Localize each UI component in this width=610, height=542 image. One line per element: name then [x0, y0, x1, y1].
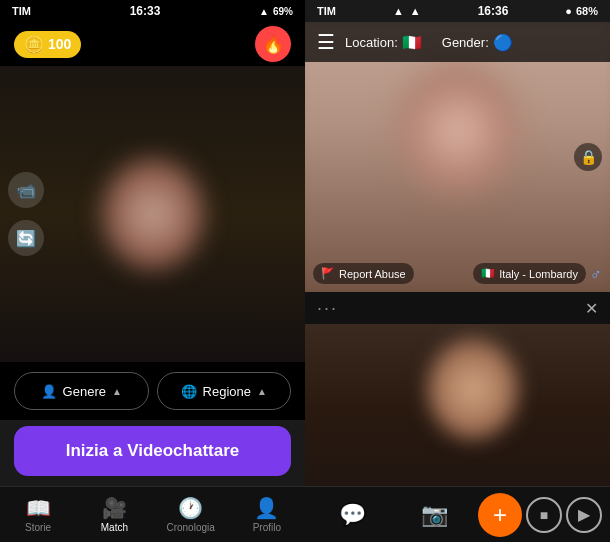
- italy-flag: 🇮🇹: [402, 33, 422, 52]
- nav-storie[interactable]: 📖 Storie: [0, 487, 76, 542]
- start-button-label: Inizia a Videochattare: [66, 441, 240, 461]
- gender-chevron: ▲: [112, 386, 122, 397]
- plus-button[interactable]: +: [478, 493, 522, 537]
- nav-match[interactable]: 🎥 Match: [76, 487, 152, 542]
- gender-flag: 🔵: [493, 33, 513, 52]
- gender-label: Gender: 🔵: [442, 33, 513, 52]
- video-top: 🔒 🚩 Report Abuse 🇮🇹 Italy - Lombardy ♂: [305, 22, 610, 292]
- cronologia-label: Cronologia: [166, 522, 214, 533]
- carrier-right: TIM: [317, 5, 336, 17]
- bottom-nav-right: 💬 📷 + ■ ▶: [305, 486, 610, 542]
- battery-dot: ●: [565, 5, 572, 17]
- gender-filter[interactable]: 👤 Genere ▲: [14, 372, 149, 410]
- chat-icon: 💬: [339, 502, 366, 528]
- plus-icon: +: [493, 501, 507, 529]
- top-bar-right: ☰ Location: 🇮🇹 Gender: 🔵: [305, 22, 610, 62]
- wifi-icon-right: ▲: [410, 5, 421, 17]
- male-gender-icon: ♂: [590, 266, 602, 284]
- match-label: Match: [101, 522, 128, 533]
- coin-icon: 🪙: [24, 35, 44, 54]
- lock-icon: 🔒: [580, 149, 597, 165]
- location-badge: 🇮🇹 Italy - Lombardy: [473, 263, 586, 284]
- match-icon: 🎥: [102, 496, 127, 520]
- carrier-left: TIM: [12, 5, 31, 17]
- lock-button[interactable]: 🔒: [574, 143, 602, 171]
- region-filter[interactable]: 🌐 Regione ▲: [157, 372, 292, 410]
- gender-filter-icon: 👤: [41, 384, 57, 399]
- blurred-face-bottom: [428, 339, 518, 439]
- video-area-left: 📹 🔄: [0, 66, 305, 362]
- refresh-icon-btn[interactable]: 🔄: [8, 220, 44, 256]
- gender-filter-label: Genere: [63, 384, 106, 399]
- gender-text: Gender:: [442, 35, 489, 50]
- next-button[interactable]: ▶: [566, 497, 602, 533]
- report-abuse-button[interactable]: 🚩 Report Abuse: [313, 263, 414, 284]
- status-icons-left: ▲ 69%: [259, 6, 293, 17]
- status-icons-right: ● 68%: [565, 5, 598, 17]
- camera-icon: 📷: [421, 502, 448, 528]
- storie-label: Storie: [25, 522, 51, 533]
- top-bar-left: 🪙 100 🔥: [0, 22, 305, 66]
- battery-right: 68%: [576, 5, 598, 17]
- phone-left: TIM 16:33 ▲ 69% 🪙 100 🔥 📹 🔄: [0, 0, 305, 542]
- time-left: 16:33: [130, 4, 161, 18]
- coin-count: 100: [48, 36, 71, 52]
- profilo-icon: 👤: [254, 496, 279, 520]
- region-chevron: ▲: [257, 386, 267, 397]
- coin-badge[interactable]: 🪙 100: [14, 31, 81, 58]
- more-dots[interactable]: ···: [317, 298, 338, 319]
- stop-button[interactable]: ■: [526, 497, 562, 533]
- status-bar-left: TIM 16:33 ▲ 69%: [0, 0, 305, 22]
- chat-button[interactable]: 💬: [313, 502, 392, 528]
- start-videochat-button[interactable]: Inizia a Videochattare: [14, 426, 291, 476]
- time-right: 16:36: [478, 4, 509, 18]
- blurred-face-top: [398, 65, 518, 195]
- video-icon[interactable]: 📹: [8, 172, 44, 208]
- stop-icon: ■: [540, 507, 548, 523]
- region-filter-icon: 🌐: [181, 384, 197, 399]
- fire-button[interactable]: 🔥: [255, 26, 291, 62]
- cronologia-icon: 🕐: [178, 496, 203, 520]
- flag-icon: 🚩: [321, 267, 335, 280]
- fire-icon: 🔥: [262, 33, 284, 55]
- nav-cronologia[interactable]: 🕐 Cronologia: [153, 487, 229, 542]
- region-filter-label: Regione: [203, 384, 251, 399]
- video-camera-icon: 📹: [16, 181, 36, 200]
- phone-right: TIM ▲ ▲ 16:36 ● 68% ☰ Location: 🇮🇹 Gende…: [305, 0, 610, 542]
- italy-flag-badge: 🇮🇹: [481, 267, 495, 280]
- divider-row: ··· ✕: [305, 292, 610, 324]
- next-icon: ▶: [578, 505, 590, 524]
- close-button[interactable]: ✕: [585, 299, 598, 318]
- location-badge-text: Italy - Lombardy: [499, 268, 578, 280]
- refresh-icon: 🔄: [16, 229, 36, 248]
- battery-left: 69%: [273, 6, 293, 17]
- nav-profilo[interactable]: 👤 Profilo: [229, 487, 305, 542]
- side-icons: 📹 🔄: [8, 172, 44, 256]
- bottom-nav-left: 📖 Storie 🎥 Match 🕐 Cronologia 👤 Profilo: [0, 486, 305, 542]
- location-text: Location:: [345, 35, 398, 50]
- wifi-icon-left: ▲: [259, 6, 269, 17]
- filters-row: 👤 Genere ▲ 🌐 Regione ▲: [0, 362, 305, 420]
- camera-button[interactable]: 📷: [396, 502, 475, 528]
- signal-icon: ▲: [393, 5, 404, 17]
- report-abuse-label: Report Abuse: [339, 268, 406, 280]
- hamburger-menu[interactable]: ☰: [317, 30, 335, 54]
- blurred-face: [103, 159, 203, 269]
- status-bar-right: TIM ▲ ▲ 16:36 ● 68%: [305, 0, 610, 22]
- video-bottom: [305, 324, 610, 486]
- profilo-label: Profilo: [253, 522, 281, 533]
- storie-icon: 📖: [26, 496, 51, 520]
- location-label: Location: 🇮🇹: [345, 33, 422, 52]
